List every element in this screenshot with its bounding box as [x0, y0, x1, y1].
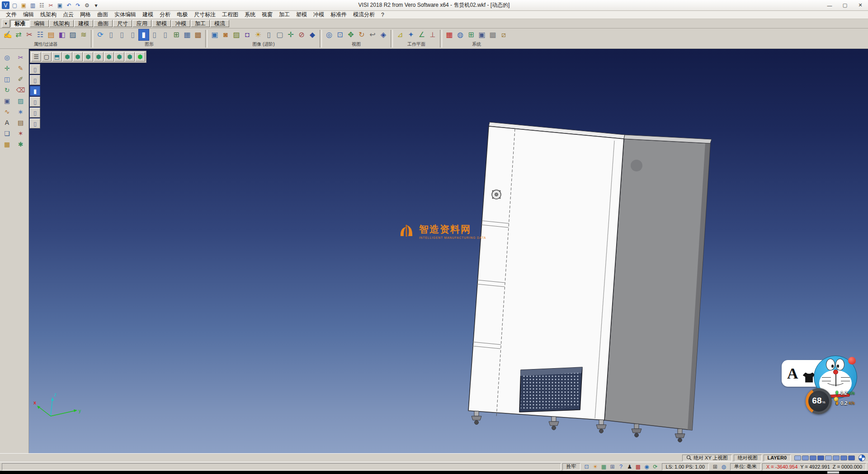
- zoom-all-icon[interactable]: ◎: [324, 29, 334, 40]
- viewport-3d[interactable]: ☰▢⬒⬢⬢⬢⬢⬢⬢⬢⬢ ▯▯▮▯▯▯: [29, 49, 868, 453]
- world-axis-icon[interactable]: ◍: [720, 463, 727, 470]
- text-tool-icon[interactable]: A: [2, 118, 13, 128]
- color-swatch-1[interactable]: [794, 455, 801, 460]
- clip-plane-5-icon[interactable]: ▯: [30, 108, 40, 118]
- snapshot-icon[interactable]: ▢: [275, 29, 285, 40]
- regen-icon[interactable]: ⟳: [95, 29, 105, 40]
- group-icon[interactable]: ❏: [2, 128, 13, 138]
- fan-vent[interactable]: [492, 190, 501, 199]
- menu-item[interactable]: 模流分析: [350, 11, 378, 19]
- menu-item[interactable]: 视窗: [259, 11, 276, 19]
- clip-plane-2-icon[interactable]: ▯: [30, 75, 40, 85]
- tab-dropdown-button[interactable]: ▾: [2, 19, 10, 28]
- page-preview-icon[interactable]: ▯: [264, 29, 274, 40]
- point-tool-icon[interactable]: ∗: [15, 107, 26, 117]
- cut-icon[interactable]: ✂: [47, 1, 55, 9]
- toolbar-tab[interactable]: 尺寸: [113, 20, 132, 27]
- type-filter-icon[interactable]: ▨: [68, 29, 78, 40]
- menu-item[interactable]: 塑模: [293, 11, 310, 19]
- curve-tool-icon[interactable]: ∿: [2, 107, 13, 117]
- hatch-icon[interactable]: ▩: [193, 29, 203, 40]
- construction-line-icon[interactable]: ✛: [2, 63, 13, 73]
- workplane-icon[interactable]: ⊿: [395, 29, 405, 40]
- iso-view-2-icon[interactable]: ⬢: [73, 52, 83, 62]
- zoom-window-icon[interactable]: ⊡: [335, 29, 345, 40]
- paint-icon[interactable]: ✱: [15, 139, 26, 149]
- erase-icon[interactable]: ⌫: [15, 85, 26, 95]
- print-icon[interactable]: ☷: [38, 1, 46, 9]
- light-icon[interactable]: ☀: [253, 29, 263, 40]
- menu-item[interactable]: 加工: [276, 11, 293, 19]
- lock-toggle[interactable]: 拴牢: [562, 463, 580, 470]
- rotate-view-icon[interactable]: ↻: [357, 29, 367, 40]
- layers-icon[interactable]: ▦: [2, 139, 13, 149]
- select-mode-icon[interactable]: ⊡: [583, 463, 590, 470]
- toolbar-tab[interactable]: 塑模: [152, 20, 171, 27]
- quick-dropdown-icon[interactable]: ▾: [92, 1, 100, 9]
- workplane-rotate-icon[interactable]: ∠: [417, 29, 427, 40]
- toolbar-tab[interactable]: 冲模: [171, 20, 190, 27]
- screen-icon[interactable]: ▣: [477, 29, 487, 40]
- hatch-tool-icon[interactable]: ▤: [15, 118, 26, 128]
- sheet-5-icon[interactable]: ▯: [160, 29, 170, 40]
- menu-item[interactable]: 分析: [156, 11, 174, 19]
- menu-item[interactable]: 系统: [241, 11, 259, 19]
- menu-item[interactable]: 电极: [174, 11, 191, 19]
- menu-item[interactable]: 实体编辑: [111, 11, 139, 19]
- open-file-icon[interactable]: ▣: [20, 1, 28, 9]
- minimize-button[interactable]: —: [822, 0, 837, 10]
- brightness-icon[interactable]: ☀: [592, 463, 599, 470]
- menu-item[interactable]: 曲面: [94, 11, 111, 19]
- menu-item[interactable]: ?: [378, 11, 387, 19]
- explode-icon[interactable]: ✶: [15, 128, 26, 138]
- dynamic-view-icon[interactable]: ◈: [378, 29, 388, 40]
- menu-item[interactable]: 冲模: [310, 11, 327, 19]
- color-swatch-6[interactable]: [833, 455, 840, 460]
- workplane-reset-icon[interactable]: ⟂: [428, 29, 438, 40]
- color-swatch-8[interactable]: [848, 455, 855, 460]
- iso-view-3-icon[interactable]: ⬢: [83, 52, 93, 62]
- toolbar-tab[interactable]: 编辑: [30, 20, 49, 27]
- save-file-icon[interactable]: ▥: [29, 1, 37, 9]
- toolbar-tab[interactable]: 建模: [74, 20, 93, 27]
- menu-item[interactable]: 点云: [60, 11, 77, 19]
- copy-icon[interactable]: ▣: [56, 1, 64, 9]
- material-icon[interactable]: ◘: [242, 29, 252, 40]
- matrix-icon[interactable]: ▩: [488, 29, 498, 40]
- color-palette-icon[interactable]: ▦: [444, 29, 454, 40]
- monitor-icon[interactable]: ⊞: [466, 29, 476, 40]
- toolbar-tab[interactable]: 模流: [210, 20, 229, 27]
- sphere-icon[interactable]: ◉: [643, 463, 651, 470]
- toolbar-tab[interactable]: 曲面: [94, 20, 113, 27]
- toolbar-tab[interactable]: 线架构: [49, 20, 74, 27]
- trim-icon[interactable]: ✂: [15, 52, 26, 62]
- color-filter-icon[interactable]: ◧: [57, 29, 67, 40]
- grid-display-icon[interactable]: ⊞: [712, 463, 719, 470]
- measure-icon[interactable]: ✐: [15, 74, 26, 84]
- clip-plane-3-icon[interactable]: ▮: [30, 86, 40, 96]
- mirror-icon[interactable]: ◫: [2, 74, 13, 84]
- menu-item[interactable]: 建模: [139, 11, 156, 19]
- sheet-2-icon[interactable]: ▯: [117, 29, 127, 40]
- wireframe-view-icon[interactable]: ▢: [42, 52, 52, 62]
- percent-badge[interactable]: 68 %: [806, 388, 832, 414]
- penguin-icon[interactable]: ♟: [626, 463, 633, 470]
- previous-view-icon[interactable]: ↩: [368, 29, 377, 40]
- clip-plane-1-icon[interactable]: ▯: [30, 64, 40, 74]
- reset-filter-icon[interactable]: ≋: [79, 29, 89, 40]
- workplane-indicator-icon[interactable]: ▦: [600, 463, 608, 470]
- texture-icon[interactable]: ▨: [231, 29, 241, 40]
- help-status-icon[interactable]: ?: [618, 463, 625, 470]
- vending-machine-model[interactable]: [29, 49, 868, 453]
- copy-attributes-icon[interactable]: ⇄: [14, 29, 24, 40]
- clip-plane-6-icon[interactable]: ▯: [30, 118, 40, 128]
- menu-item[interactable]: 尺寸标注: [191, 11, 219, 19]
- surface-tool-icon[interactable]: ▨: [15, 96, 26, 106]
- color-swatch-5[interactable]: [825, 455, 832, 460]
- toolbar-tab[interactable]: 应用: [132, 20, 151, 27]
- net-speed-widget[interactable]: A: [779, 356, 868, 420]
- undo-icon[interactable]: ↶: [65, 1, 73, 9]
- ruler-icon[interactable]: ⧄: [499, 29, 509, 40]
- back-view-icon[interactable]: ⬢: [125, 52, 135, 62]
- settings-icon[interactable]: ⚙: [83, 1, 91, 9]
